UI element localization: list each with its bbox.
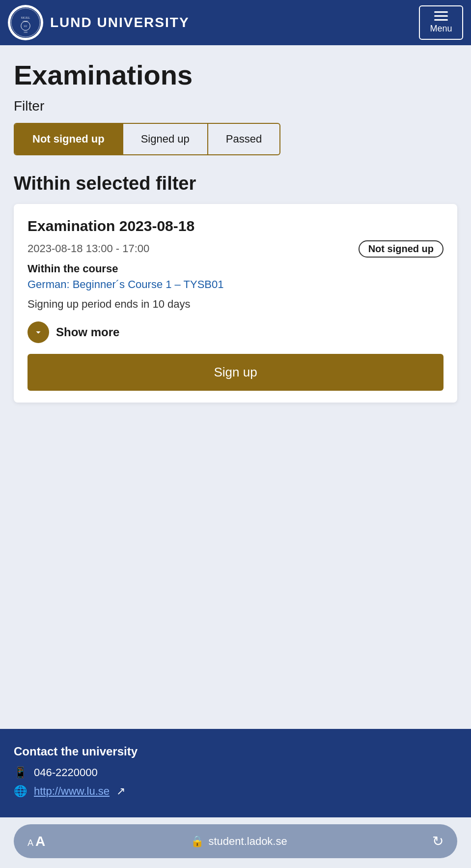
globe-icon: 🌐 (14, 785, 27, 798)
lock-icon: 🔒 (191, 835, 204, 848)
footer: Contact the university 📱 046-2220000 🌐 h… (0, 729, 471, 817)
university-name-text: Lund University (50, 15, 190, 30)
filter-label: Filter (14, 98, 457, 114)
phone-icon: 📱 (14, 766, 27, 779)
show-more-row[interactable]: Show more (28, 321, 443, 343)
page-title: Examinations (14, 60, 457, 90)
font-large-indicator: A (35, 834, 45, 849)
refresh-icon[interactable]: ↻ (432, 833, 443, 849)
university-logo: SIGILL UNIV LU 1666 (8, 5, 43, 40)
font-size-control[interactable]: A A (28, 834, 45, 849)
tab-not-signed-up[interactable]: Not signed up (15, 124, 123, 154)
footer-phone-row: 📱 046-2220000 (14, 766, 457, 779)
exam-card-title: Examination 2023-08-18 (28, 218, 443, 234)
tab-passed[interactable]: Passed (208, 124, 279, 154)
course-link[interactable]: German: Beginner´s Course 1 – TYSB01 (28, 278, 443, 291)
status-badge: Not signed up (359, 240, 443, 258)
url-text: student.ladok.se (209, 835, 287, 848)
menu-label-text: Menu (430, 24, 452, 34)
show-more-icon (28, 321, 49, 343)
exam-card: Examination 2023-08-18 2023-08-18 13:00 … (14, 204, 457, 403)
footer-contact-title: Contact the university (14, 745, 457, 758)
external-link-icon: ↗ (116, 785, 125, 798)
signing-info: Signing up period ends in 10 days (28, 298, 443, 311)
svg-text:SIGILL: SIGILL (21, 16, 30, 19)
logo-area: SIGILL UNIV LU 1666 Lund University (8, 5, 190, 40)
font-small-indicator: A (28, 838, 33, 848)
sign-up-button[interactable]: Sign up (28, 354, 443, 391)
header: SIGILL UNIV LU 1666 Lund University Menu (0, 0, 471, 45)
footer-website-row: 🌐 http://www.lu.se ↗ (14, 785, 457, 798)
show-more-text: Show more (56, 325, 119, 339)
footer-phone: 046-2220000 (34, 766, 98, 779)
hamburger-icon (434, 11, 448, 21)
svg-text:LU: LU (24, 25, 27, 28)
svg-text:1666: 1666 (24, 31, 28, 33)
tab-signed-up[interactable]: Signed up (123, 124, 208, 154)
menu-button[interactable]: Menu (419, 5, 463, 40)
browser-url-area[interactable]: 🔒 student.ladok.se (191, 835, 287, 848)
main-content: Examinations Filter Not signed up Signed… (0, 45, 471, 729)
within-course-label: Within the course (28, 262, 443, 275)
svg-point-0 (10, 7, 41, 38)
browser-bar: A A 🔒 student.ladok.se ↻ (14, 824, 457, 858)
section-title: Within selected filter (14, 173, 457, 194)
footer-website-link[interactable]: http://www.lu.se (34, 785, 110, 798)
exam-datetime: 2023-08-18 13:00 - 17:00 (28, 242, 149, 255)
filter-tabs: Not signed up Signed up Passed (14, 123, 280, 155)
exam-card-header-row: 2023-08-18 13:00 - 17:00 Not signed up (28, 240, 443, 258)
